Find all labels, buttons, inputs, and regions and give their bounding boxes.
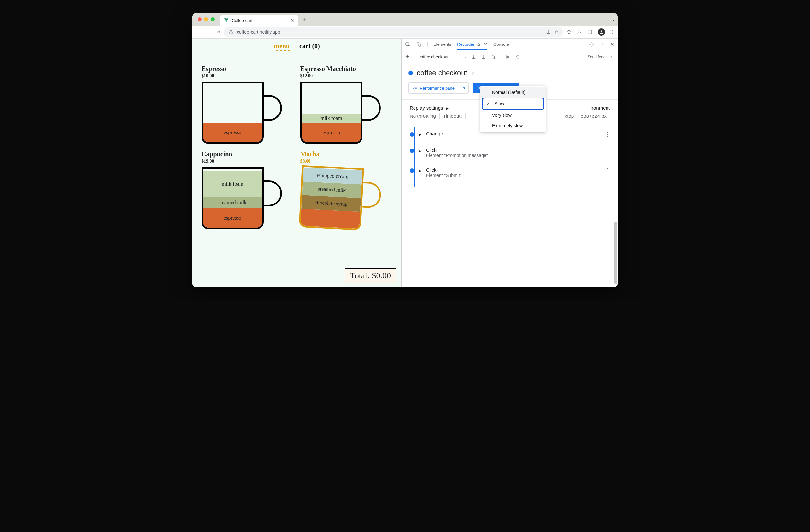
cup-graphic: espresso [201,82,280,144]
replay-settings-label[interactable]: Replay settings ▶ [409,105,449,111]
tab-recorder[interactable]: Recorder ✕ [457,39,487,50]
maximize-window-button[interactable] [211,17,215,21]
chevron-right-icon: ▶ [446,106,449,110]
layer-espresso: espresso [203,123,262,142]
product-name: Espresso [201,65,294,72]
throttling-value: No throttling [409,113,440,119]
step-over-icon[interactable] [515,54,520,60]
layer-espresso: espresso [302,123,361,142]
browser-menu-icon[interactable]: ⋮ [610,30,614,35]
product-espresso[interactable]: Espresso $10.00 espresso [201,65,294,144]
layer-base [300,209,360,229]
devtools-tabs: Elements Recorder ✕ Console » ⋮ ✕ [402,38,618,50]
new-tab-button[interactable]: + [301,16,308,23]
profile-avatar[interactable] [598,29,605,36]
recording-title: coffee checkout [417,69,467,77]
product-mocha[interactable]: Mocha $8.00 chocolate syrupsteamed milkw… [300,150,392,229]
dd-slow[interactable]: ✓ Slow [482,97,544,110]
total-badge[interactable]: Total: $0.00 [345,268,396,283]
import-icon[interactable] [481,54,486,60]
dd-extremely-slow[interactable]: Extremely slow [480,120,546,131]
more-tabs-icon[interactable]: » [515,42,517,47]
step-detail: Element "Promotion message" [426,153,600,158]
svg-rect-1 [588,30,592,34]
device-toggle-icon[interactable] [416,42,421,47]
timeout-label: Timeout: [443,113,466,119]
layer-milk-foam: milk foam [302,114,361,123]
layer-espresso: espresso [203,208,262,228]
recording-selector[interactable]: coffee checkout ⌄ [419,54,467,59]
steps-list: ▶ Change ⋮ ▶ Click Element "Promotion me… [402,124,618,194]
perf-caret-icon[interactable]: ▼ [460,84,468,92]
url-bar[interactable]: coffee-cart.netlify.app ☆ [224,27,563,37]
browser-tab[interactable]: Coffee cart ✕ [220,15,298,26]
minimize-window-button[interactable] [204,17,208,21]
url-text: coffee-cart.netlify.app [237,30,280,35]
delete-icon[interactable] [491,54,496,60]
performance-panel-button[interactable]: Performance panel ▼ [408,82,469,94]
vue-favicon-icon [224,18,229,22]
new-recording-icon[interactable]: + [406,53,409,60]
forward-icon[interactable]: → [206,30,211,35]
close-devtools-icon[interactable]: ✕ [610,41,614,47]
webpage: menu cart (0) Espresso $10.00 espresso E… [192,38,402,287]
check-icon: ✓ [486,101,490,107]
content-area: menu cart (0) Espresso $10.00 espresso E… [192,38,618,287]
nav-cart-link[interactable]: cart (0) [299,43,320,51]
cup-graphic: espressosteamed milkmilk foam [201,167,280,229]
edit-title-icon[interactable] [471,70,476,76]
back-icon[interactable]: ← [196,30,200,35]
export-icon[interactable] [471,54,476,60]
product-cappucino[interactable]: Cappucino $19.00 espressosteamed milkmil… [201,150,294,229]
share-icon[interactable] [546,30,551,35]
extensions-icon[interactable] [566,30,571,35]
devtools-panel: Elements Recorder ✕ Console » ⋮ ✕ + coff… [402,38,618,287]
product-name: Espresso Macchiato [300,65,392,72]
lock-icon [228,30,233,35]
layer-steamed-milk: steamed milk [203,197,262,208]
tab-elements[interactable]: Elements [434,39,451,49]
dd-normal[interactable]: Normal (Default) [480,87,546,97]
bookmark-icon[interactable]: ☆ [554,29,558,35]
step-item[interactable]: ▶ Click Element "Promotion message" ⋮ [409,147,610,158]
step-item[interactable]: ▶ Click Element "Submit" ⋮ [409,167,610,178]
browser-window: Coffee cart ✕ + ⌄ ← → ⟳ coffee-cart.netl… [192,13,618,287]
cup-graphic: espressomilk foam [300,82,379,144]
step-title: Click [426,147,600,153]
step-menu-icon[interactable]: ⋮ [604,131,610,138]
scrollbar[interactable] [614,222,617,284]
flask-icon [477,42,481,46]
window-controls [195,17,217,21]
chevron-right-icon: ▶ [419,169,421,173]
product-name: Cappucino [201,150,294,158]
product-price: $10.00 [201,73,294,79]
send-feedback-link[interactable]: Send feedback [587,55,614,59]
reload-icon[interactable]: ⟳ [216,30,221,35]
nav-menu-link[interactable]: menu [274,43,290,51]
inspect-icon[interactable] [405,42,410,47]
dd-very-slow[interactable]: Very slow [480,110,546,120]
step-play-icon[interactable] [505,54,511,60]
page-nav: menu cart (0) [192,38,401,55]
step-detail: Element "Submit" [426,173,600,178]
svg-point-8 [518,58,518,59]
product-price: $8.00 [300,159,392,164]
devtools-menu-icon[interactable]: ⋮ [600,42,604,47]
tab-list-button[interactable]: ⌄ [612,17,615,21]
viewport-value: 538×624 px [581,113,610,119]
side-panel-icon[interactable] [587,30,593,35]
product-price: $12.00 [300,73,392,79]
step-menu-icon[interactable]: ⋮ [604,147,610,155]
chevron-right-icon: ▶ [419,132,421,137]
labs-icon[interactable] [577,30,582,35]
product-grid: Espresso $10.00 espresso Espresso Macchi… [192,55,401,239]
tab-console[interactable]: Console [493,39,509,49]
tab-title: Coffee cart [232,18,252,23]
close-tab-icon[interactable]: ✕ [291,18,294,23]
close-panel-icon[interactable]: ✕ [484,42,487,47]
product-espresso-macchiato[interactable]: Espresso Macchiato $12.00 espressomilk f… [300,65,392,144]
settings-icon[interactable] [589,42,594,47]
step-menu-icon[interactable]: ⋮ [604,167,610,174]
close-window-button[interactable] [198,17,201,21]
device-value: ktop [565,113,578,119]
